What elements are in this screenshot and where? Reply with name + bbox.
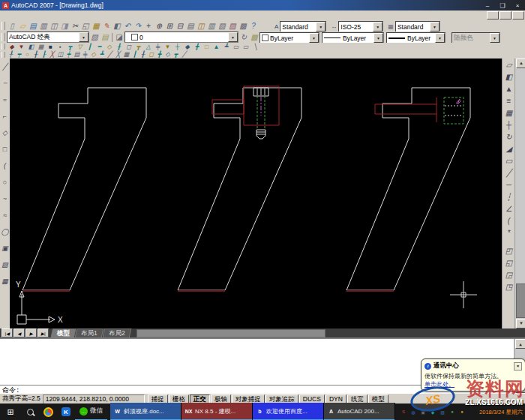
drawing-canvas[interactable]: YX bbox=[10, 58, 502, 328]
tool-icon[interactable]: ▤ bbox=[73, 51, 81, 58]
rotate-icon[interactable]: ↻ bbox=[503, 130, 514, 142]
k-app-button[interactable]: K bbox=[57, 404, 75, 420]
canvas-horizontal-scrollbar[interactable] bbox=[136, 329, 326, 338]
tool-icon[interactable]: ▼ bbox=[16, 44, 26, 50]
explode-icon[interactable]: * bbox=[503, 226, 514, 238]
tool-icon[interactable]: ┯ bbox=[15, 51, 23, 58]
tool-icon[interactable]: ┻ bbox=[221, 44, 231, 50]
layer-states-icon[interactable]: ▩ bbox=[249, 32, 260, 42]
tool-icon[interactable]: ╀ bbox=[7, 51, 15, 58]
chevron-down-icon[interactable]: ▼ bbox=[79, 32, 88, 42]
help-icon[interactable]: ? bbox=[248, 21, 259, 31]
break-icon[interactable]: ┆ bbox=[503, 190, 514, 202]
table-style-combo[interactable]: Standard ▼ bbox=[395, 21, 440, 32]
ellipse-icon[interactable]: ◯ bbox=[1, 224, 10, 240]
lineweight-combo[interactable]: ByLayer ▼ bbox=[386, 32, 446, 44]
tool-icon[interactable]: ╪ bbox=[81, 51, 89, 58]
workspace-settings-icon[interactable]: ▧ bbox=[89, 32, 100, 42]
array-icon[interactable]: ▦ bbox=[503, 106, 514, 118]
layer-combo[interactable]: 0 ▼ bbox=[124, 32, 238, 43]
circle-icon[interactable]: ○ bbox=[1, 174, 10, 190]
tool-icon[interactable]: ┼ bbox=[172, 44, 182, 50]
wechat-button[interactable]: … 微信 bbox=[75, 403, 107, 420]
tool-icon[interactable]: ╳ bbox=[114, 51, 122, 58]
draworder-front-icon[interactable]: ◰ bbox=[503, 244, 514, 256]
tray-icon[interactable]: ◍ bbox=[410, 408, 417, 416]
match-properties-icon[interactable]: ✎ bbox=[101, 21, 112, 31]
workspace-save-icon[interactable]: ▤ bbox=[100, 32, 110, 42]
layout-tab[interactable]: 布局1 bbox=[75, 328, 104, 338]
tool-icon[interactable]: ▲ bbox=[212, 44, 221, 50]
tool-icon[interactable]: ▼ bbox=[163, 44, 172, 50]
tool-icon[interactable]: ┠ bbox=[40, 51, 48, 58]
move-icon[interactable]: ┼ bbox=[503, 118, 514, 130]
chevron-down-icon[interactable]: ▼ bbox=[373, 22, 382, 32]
draworder-under-icon[interactable]: ◳ bbox=[503, 280, 514, 292]
scale-icon[interactable]: ◢ bbox=[503, 142, 514, 154]
tool-icon[interactable]: ○ bbox=[23, 51, 32, 58]
tool-icon[interactable]: □ bbox=[202, 44, 212, 50]
tool-icon[interactable]: ╱ bbox=[106, 51, 114, 58]
mdi-control-button[interactable] bbox=[512, 11, 524, 20]
toolbar-grip[interactable] bbox=[2, 52, 5, 58]
tray-icon[interactable]: ◆ bbox=[429, 408, 436, 416]
tool-icon[interactable]: ▦ bbox=[36, 44, 46, 50]
tool-icon[interactable]: ╱ bbox=[180, 51, 188, 58]
toolbar-grip[interactable] bbox=[2, 33, 5, 41]
tool-icon[interactable]: ▭ bbox=[231, 44, 241, 50]
tray-icon[interactable]: ● bbox=[458, 408, 466, 416]
scroll-down-icon[interactable]: ▼ bbox=[516, 319, 525, 328]
tool-icon[interactable]: △ bbox=[143, 44, 153, 50]
layout-tab[interactable]: 模型 bbox=[51, 328, 76, 338]
layout-tab[interactable]: 布局2 bbox=[102, 328, 130, 338]
trim-icon[interactable]: ╱ bbox=[503, 166, 514, 178]
chevron-down-icon[interactable]: ▼ bbox=[228, 32, 238, 42]
tool-icon[interactable]: ◧ bbox=[26, 44, 36, 50]
tool-icon[interactable]: ╂ bbox=[32, 51, 40, 58]
text-style-combo[interactable]: Standard ▼ bbox=[280, 21, 326, 32]
tool-icon[interactable]: ╳ bbox=[48, 51, 56, 58]
linetype-combo[interactable]: ByLayer ▼ bbox=[322, 32, 384, 44]
rectangle-icon[interactable]: □ bbox=[1, 141, 10, 158]
tool-icon[interactable]: ▪ bbox=[56, 44, 65, 50]
offset-icon[interactable]: ≡ bbox=[503, 94, 514, 106]
fillet-icon[interactable]: ( bbox=[503, 214, 514, 226]
balloon-link[interactable]: 单击此处。 bbox=[424, 380, 522, 388]
layer-properties-icon[interactable]: ◪ bbox=[114, 32, 124, 42]
tool-icon[interactable]: ━ bbox=[94, 44, 104, 50]
color-control-combo[interactable]: ByLayer ▼ bbox=[260, 32, 320, 44]
tool-icon[interactable]: ┳ bbox=[134, 44, 143, 50]
task-baidu[interactable]: b 欢迎使用百度... bbox=[253, 403, 324, 420]
tool-icon[interactable]: ◇ bbox=[104, 44, 114, 50]
properties-icon[interactable]: ▤ bbox=[185, 21, 196, 31]
mline-icon[interactable]: = bbox=[1, 92, 10, 108]
stretch-icon[interactable]: ▭ bbox=[503, 154, 514, 166]
save-icon[interactable]: ▤ bbox=[28, 21, 38, 31]
scroll-up-icon[interactable]: ▲ bbox=[516, 58, 525, 68]
tool-icon[interactable]: ┃ bbox=[85, 44, 94, 50]
copy-icon[interactable]: ◱ bbox=[80, 21, 91, 31]
mdi-control-button[interactable] bbox=[500, 11, 512, 20]
hatch-icon[interactable]: ▨ bbox=[1, 256, 10, 273]
copy-object-icon[interactable]: ◧ bbox=[503, 70, 514, 82]
layer-previous-icon[interactable]: ↻ bbox=[238, 32, 249, 42]
block-editor-icon[interactable]: ◧ bbox=[112, 21, 122, 31]
tool-icon[interactable]: ╂ bbox=[139, 51, 147, 58]
tool-icon[interactable]: ┳ bbox=[65, 44, 75, 50]
tool-icon[interactable]: ╂ bbox=[114, 44, 124, 50]
polyline-icon[interactable]: ⌐ bbox=[1, 108, 10, 124]
tool-icon[interactable]: ┃ bbox=[130, 51, 139, 58]
polygon-icon[interactable]: ◇ bbox=[1, 124, 10, 141]
chevron-down-icon[interactable]: ▼ bbox=[374, 33, 383, 43]
tab-nav-button[interactable]: ◀ bbox=[14, 328, 25, 338]
markup-icon[interactable]: ▨ bbox=[227, 21, 238, 31]
draworder-back-icon[interactable]: ◱ bbox=[503, 256, 514, 268]
redo-icon[interactable]: ↷ bbox=[133, 21, 143, 31]
tray-icon[interactable]: S bbox=[400, 408, 407, 416]
insert-block-icon[interactable]: ▣ bbox=[1, 240, 10, 256]
tray-icon[interactable]: ▨ bbox=[439, 408, 446, 416]
table-icon[interactable]: ▦ bbox=[1, 273, 10, 290]
zoom-window-icon[interactable]: ⊞ bbox=[164, 21, 175, 31]
chevron-down-icon[interactable]: ▼ bbox=[309, 33, 319, 43]
tab-nav-button[interactable]: ▶ bbox=[26, 328, 37, 338]
